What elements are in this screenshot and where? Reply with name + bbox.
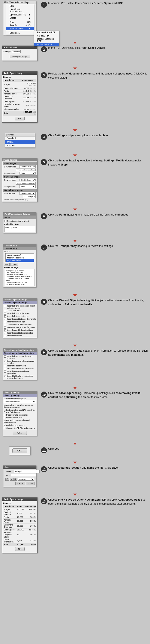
- arrow-4-5: [0, 149, 150, 157]
- chk-search-index: Discard embedded search index: [4, 332, 36, 334]
- tags-input[interactable]: [11, 474, 37, 477]
- final-ok-btn[interactable]: OK...: [12, 448, 27, 453]
- menu-save-as-other[interactable]: Save As Other ▶: [6, 27, 34, 30]
- location-dropdown[interactable]: quick tips: [18, 478, 34, 481]
- step-6-area: Font Unembedding Settings Fonts ✓ Do not…: [0, 212, 150, 234]
- menu-open-recent[interactable]: Open Recent File ▶: [6, 13, 34, 16]
- delete-btn[interactable]: Delete: [10, 263, 18, 266]
- chk-file-attach-box[interactable]: [4, 365, 6, 367]
- chk-cross-refs: Discard external cross references: [4, 367, 36, 370]
- chk-named-dest-box[interactable]: [4, 420, 6, 423]
- menu-help[interactable]: Help: [24, 1, 28, 4]
- chk-flatten-box[interactable]: [4, 310, 6, 312]
- discard-user-header[interactable]: Discard user related information: [3, 352, 37, 355]
- edit-btn[interactable]: Edit: [4, 263, 10, 266]
- chk-thumbnails: Discard embedded page thumbnails: [4, 318, 36, 320]
- chk-flate-box[interactable]: [4, 406, 6, 408]
- cleanup-ok-btn[interactable]: OK...: [13, 431, 27, 435]
- grayscale-images-header[interactable]: Grayscale Images: [3, 176, 37, 178]
- mono-images-header[interactable]: Monochrome Images: [3, 189, 37, 192]
- chk-alt-images-box[interactable]: [4, 315, 6, 318]
- table-row: Content Streams 4,739 0.51 %: [3, 511, 36, 516]
- audit-after-ok-btn[interactable]: OK: [15, 547, 24, 551]
- menu-window[interactable]: Window: [15, 1, 23, 4]
- menu-save[interactable]: Save ⌘S: [6, 20, 34, 24]
- settings-mobile[interactable]: Mobile: [5, 140, 35, 144]
- step-9-text: 9 Click the Discard User Data heading. P…: [40, 348, 150, 381]
- chk-print-box[interactable]: [4, 329, 6, 332]
- chk-inv-links-box[interactable]: [4, 417, 6, 419]
- compression-select[interactable]: Compress entire file: [4, 400, 36, 403]
- chk-private-box[interactable]: [4, 370, 6, 373]
- preset-settings-area: Transparency level: 100 Line Art and Tex…: [5, 269, 35, 286]
- fonts-section-header[interactable]: Fonts: [3, 216, 36, 219]
- page-container: Edit View Window Help New Open From Acro…: [0, 0, 150, 644]
- results-after-label: Results:: [3, 502, 36, 504]
- preset-medium[interactable]: [Medium Resolution]: [6, 256, 34, 259]
- color-compression-select[interactable]: Retain: [19, 172, 36, 174]
- chk-inv-book-box[interactable]: [4, 414, 6, 416]
- chk-comments-box[interactable]: [4, 356, 6, 358]
- step-1-instruction: In Acrobat Pro., select File > Save as O…: [48, 1, 124, 5]
- setting-clip: Clip Complex Regions: True: [6, 282, 34, 283]
- chk-lzw-box[interactable]: [4, 410, 6, 412]
- preset-low[interactable]: [Low Resolution]: [6, 254, 34, 256]
- do-not-unembed-checkbox[interactable]: ✓: [4, 220, 6, 222]
- chk-doc-info-box[interactable]: [4, 360, 6, 362]
- chk-smooth-box[interactable]: [4, 324, 6, 326]
- optimizer-title: PDF Optimizer: [2, 46, 37, 49]
- color-downsample-select[interactable]: Bicubic Downsampling to: [19, 165, 36, 168]
- chk-form-submit-box[interactable]: [4, 305, 6, 307]
- save-as-input[interactable]: [14, 470, 40, 473]
- chk-hidden-box[interactable]: [4, 375, 6, 378]
- menu-view[interactable]: View: [9, 1, 14, 4]
- columns-icon-btn[interactable]: ▦: [13, 478, 17, 481]
- submenu-optimized[interactable]: Optimized PDF...: [34, 43, 59, 46]
- transparency-header[interactable]: Transparency: [3, 247, 36, 250]
- menu-save-as[interactable]: Save As... ⌘⇧S: [6, 24, 34, 27]
- chk-merge-box[interactable]: [4, 326, 6, 329]
- svg-marker-10: [73, 456, 77, 464]
- menu-edit[interactable]: Edit: [4, 1, 8, 4]
- menu-new[interactable]: New: [6, 4, 34, 8]
- mono-downsample-select[interactable]: Bicubic Downsampling to: [19, 192, 36, 195]
- cancel-btn[interactable]: Cancel: [15, 482, 25, 485]
- grid-icon-btn[interactable]: ⊞: [5, 478, 9, 481]
- gray-compression-select[interactable]: Retain: [19, 185, 36, 188]
- chk-bookmarks-box[interactable]: [4, 335, 6, 337]
- step-10-instruction: Click the Clean Up heading. Pick clean u…: [48, 391, 148, 399]
- chk-javascript-box[interactable]: [4, 312, 6, 315]
- color-images-header[interactable]: Color Images: [3, 162, 37, 165]
- submenu-reduced[interactable]: Reduced Size PDF: [34, 31, 59, 34]
- svg-marker-8: [73, 382, 77, 389]
- settings-standard[interactable]: Standard: [5, 136, 35, 140]
- save-btn[interactable]: Save: [26, 482, 34, 485]
- chk-search-box[interactable]: [4, 332, 6, 334]
- submenu-reader[interactable]: Reader Extended PDF: [34, 37, 59, 43]
- audit-space-btn[interactable]: Audit space usage...: [10, 55, 30, 58]
- menu-open-acrobat[interactable]: Open From Acrobat.com...: [6, 8, 34, 13]
- gray-compression-row: Compression: Retain: [3, 185, 37, 188]
- chk-opt-content-box[interactable]: [4, 424, 6, 426]
- audit-ok-btn[interactable]: OK: [15, 117, 24, 120]
- step-number-13: 13: [41, 498, 47, 504]
- image-settings-title: Image Settings: [2, 158, 37, 162]
- chk-cross-refs-box[interactable]: [4, 368, 6, 370]
- gray-downsample-select[interactable]: Bicubic Downsampling to: [19, 178, 36, 182]
- arrow-1-2: [0, 36, 150, 44]
- chk-thumbnails-box[interactable]: [4, 318, 6, 320]
- cleanup-header[interactable]: Clean Up Settings: [3, 394, 37, 397]
- chk-fast-web-box[interactable]: [4, 427, 6, 429]
- list-icon-btn[interactable]: ≡: [10, 478, 13, 481]
- embedded-fonts-label: Embedded fonts:: [4, 223, 35, 226]
- arrow-6-7: [0, 235, 150, 242]
- menu-create[interactable]: Create ▶: [6, 16, 34, 20]
- settings-custom[interactable]: Custom: [5, 144, 35, 148]
- preset-high[interactable]: [High Resolution]: [6, 259, 34, 262]
- discard-objects-header[interactable]: Discard Objects Settings: [3, 301, 37, 304]
- chk-doc-tags-box[interactable]: [4, 321, 6, 323]
- setting-stroke-outlines: Convert All Strokes to Outlines: False: [6, 278, 34, 282]
- menu-send-file[interactable]: Send File...: [6, 31, 34, 34]
- svg-marker-7: [73, 340, 77, 347]
- submenu-certified[interactable]: Certified PDF: [34, 34, 59, 37]
